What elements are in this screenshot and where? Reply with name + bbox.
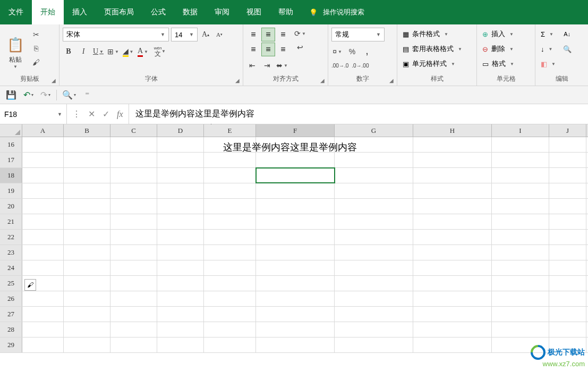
- cell-I21[interactable]: [492, 214, 549, 229]
- formula-bar[interactable]: 这里是举例内容这里是举例内容: [129, 104, 588, 124]
- increase-indent-button[interactable]: ⇥: [261, 60, 273, 71]
- enter-formula-button[interactable]: ✓: [103, 109, 109, 119]
- cell-C17[interactable]: [110, 153, 157, 167]
- cell-J28[interactable]: [549, 322, 586, 337]
- cell-C16[interactable]: [110, 137, 157, 152]
- row-header-20[interactable]: 20: [0, 199, 22, 214]
- row-header-21[interactable]: 21: [0, 214, 22, 229]
- cell-D27[interactable]: [157, 307, 204, 322]
- cell-H23[interactable]: [413, 245, 492, 260]
- cell-D22[interactable]: [157, 230, 204, 244]
- cell-J16[interactable]: [549, 137, 586, 152]
- cell-I20[interactable]: [492, 199, 549, 214]
- align-bottom-left[interactable]: ≡: [246, 43, 260, 56]
- cell-D19[interactable]: [157, 183, 204, 198]
- cell-I22[interactable]: [492, 230, 549, 244]
- number-format-combo[interactable]: 常规▼: [331, 28, 385, 41]
- cell-F21[interactable]: [256, 214, 335, 229]
- format-painter-button[interactable]: 🖌: [30, 56, 42, 68]
- cell-D24[interactable]: [157, 260, 204, 275]
- cell-H25[interactable]: [413, 276, 492, 291]
- cell-E20[interactable]: [204, 199, 256, 214]
- row-header-25[interactable]: 25: [0, 276, 22, 291]
- cell-B18[interactable]: [64, 168, 110, 183]
- increase-decimal-button[interactable]: .00→.0: [331, 60, 348, 71]
- cell-E27[interactable]: [204, 307, 256, 322]
- cell-J26[interactable]: [549, 291, 586, 306]
- tab-help[interactable]: 帮助: [270, 0, 302, 24]
- orientation-button[interactable]: ⟳▼: [294, 28, 306, 39]
- row-header-27[interactable]: 27: [0, 307, 22, 322]
- paste-options-button[interactable]: 🖌: [24, 279, 36, 291]
- cell-J27[interactable]: [549, 307, 586, 322]
- cell-F25[interactable]: [256, 276, 335, 291]
- cell-C22[interactable]: [110, 230, 157, 244]
- cell-G19[interactable]: [335, 183, 413, 198]
- cell-B25[interactable]: [64, 276, 110, 291]
- cell-A19[interactable]: [22, 183, 64, 198]
- qat-customize[interactable]: ⁼: [81, 89, 93, 101]
- border-button[interactable]: ⊞▼: [107, 46, 119, 57]
- cell-C20[interactable]: [110, 199, 157, 214]
- conditional-formatting-button[interactable]: ▦条件格式▼: [400, 28, 464, 40]
- tab-file[interactable]: 文件: [0, 0, 32, 24]
- cell-F23[interactable]: [256, 245, 335, 260]
- cell-G27[interactable]: [335, 307, 413, 322]
- cell-B16[interactable]: [64, 137, 110, 152]
- phonetic-button[interactable]: wén 文 ▼: [152, 46, 164, 57]
- cell-E22[interactable]: [204, 230, 256, 244]
- bold-button[interactable]: B: [63, 46, 74, 57]
- cell-B22[interactable]: [64, 230, 110, 244]
- insert-cells-button[interactable]: ⊕插入▼: [480, 28, 516, 40]
- cell-B23[interactable]: [64, 245, 110, 260]
- font-launcher[interactable]: ◢: [235, 78, 240, 83]
- cell-B24[interactable]: [64, 260, 110, 275]
- row-header-16[interactable]: 16: [0, 137, 22, 152]
- row-header-26[interactable]: 26: [0, 291, 22, 306]
- cell-J22[interactable]: [549, 230, 586, 244]
- undo-button[interactable]: ↶▾: [22, 89, 34, 101]
- column-header-I[interactable]: I: [492, 124, 549, 137]
- cell-F17[interactable]: [256, 153, 335, 167]
- cell-A23[interactable]: [22, 245, 64, 260]
- cell-F19[interactable]: [256, 183, 335, 198]
- cell-I25[interactable]: [492, 276, 549, 291]
- tab-formulas[interactable]: 公式: [142, 0, 174, 24]
- font-name-combo[interactable]: 宋体▼: [63, 28, 169, 41]
- cell-E19[interactable]: [204, 183, 256, 198]
- cell-E24[interactable]: [204, 260, 256, 275]
- paste-button[interactable]: 📋 粘贴 ▼: [3, 28, 28, 69]
- cell-B19[interactable]: [64, 183, 110, 198]
- column-header-H[interactable]: H: [413, 124, 492, 137]
- format-cells-button[interactable]: ▭格式▼: [480, 57, 516, 70]
- cell-E17[interactable]: [204, 153, 256, 167]
- cell-E23[interactable]: [204, 245, 256, 260]
- cell-E26[interactable]: [204, 291, 256, 306]
- cell-G29[interactable]: [335, 338, 413, 352]
- align-bottom-center[interactable]: ≡: [261, 43, 275, 56]
- font-color-button[interactable]: A▼: [137, 46, 149, 57]
- cell-C28[interactable]: [110, 322, 157, 337]
- row-header-24[interactable]: 24: [0, 260, 22, 275]
- column-header-E[interactable]: E: [204, 124, 256, 137]
- print-preview-button[interactable]: 🔍▾: [62, 89, 76, 101]
- row-header-22[interactable]: 22: [0, 230, 22, 244]
- cell-G28[interactable]: [335, 322, 413, 337]
- cell-C24[interactable]: [110, 260, 157, 275]
- column-header-D[interactable]: D: [157, 124, 204, 137]
- cell-I23[interactable]: [492, 245, 549, 260]
- align-top-right[interactable]: ≡: [276, 28, 290, 41]
- cell-H24[interactable]: [413, 260, 492, 275]
- cell-G20[interactable]: [335, 199, 413, 214]
- cell-H28[interactable]: [413, 322, 492, 337]
- align-bottom-right[interactable]: ≡: [276, 43, 290, 56]
- cell-B17[interactable]: [64, 153, 110, 167]
- cell-C23[interactable]: [110, 245, 157, 260]
- tell-me-search[interactable]: 💡 操作说明搜索: [302, 0, 372, 24]
- clear-button[interactable]: ◧▼: [539, 57, 574, 70]
- cell-E25[interactable]: [204, 276, 256, 291]
- cell-J19[interactable]: [549, 183, 586, 198]
- italic-button[interactable]: I: [78, 46, 89, 57]
- tab-view[interactable]: 视图: [238, 0, 270, 24]
- cell-F22[interactable]: [256, 230, 335, 244]
